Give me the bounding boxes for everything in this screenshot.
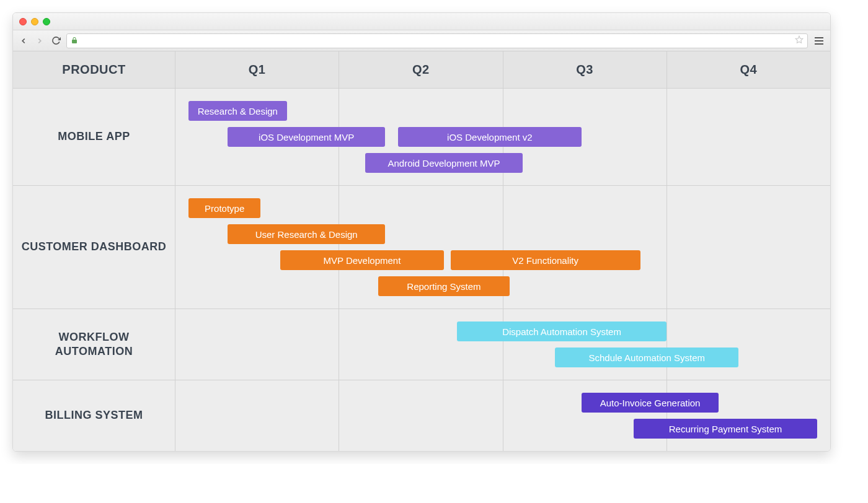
row-label: MOBILE APP [13,89,175,185]
row-label: WORKFLOW AUTOMATION [13,309,175,380]
header-q4: Q4 [667,51,830,88]
header-row: PRODUCT Q1 Q2 Q3 Q4 [13,51,830,89]
url-bar[interactable] [66,33,808,48]
gantt-bar[interactable]: iOS Development v2 [398,127,582,147]
roadmap-table: PRODUCT Q1 Q2 Q3 Q4 MOBILE APPResearch &… [13,51,830,451]
header-q2: Q2 [339,51,503,88]
gantt-bar[interactable]: iOS Development MVP [228,127,384,147]
gantt-bar[interactable]: Schdule Automation System [555,348,738,367]
gantt-bar[interactable]: V2 Functionality [451,250,640,270]
browser-window: PRODUCT Q1 Q2 Q3 Q4 MOBILE APPResearch &… [12,12,831,452]
roadmap-row: MOBILE APPResearch & DesigniOS Developme… [13,89,830,186]
timeline-area: PrototypeUser Research & DesignMVP Devel… [175,186,830,308]
forward-button[interactable] [34,35,45,46]
timeline-area: Auto-Invoice GenerationRecurring Payment… [175,380,830,451]
window-minimize-icon[interactable] [31,18,38,25]
gantt-bar[interactable]: Reporting System [378,276,509,296]
window-titlebar [13,13,830,30]
row-label: BILLING SYSTEM [13,380,175,451]
lock-icon [71,35,78,46]
roadmap-row: WORKFLOW AUTOMATIONDispatch Automation S… [13,309,830,380]
header-q3: Q3 [503,51,667,88]
row-label: CUSTOMER DASHBOARD [13,186,175,308]
timeline-area: Dispatch Automation SystemSchdule Automa… [175,309,830,380]
window-maximize-icon[interactable] [43,18,50,25]
roadmap-row: CUSTOMER DASHBOARDPrototypeUser Research… [13,186,830,309]
svg-marker-0 [795,36,803,43]
gantt-bar[interactable]: MVP Development [280,250,444,270]
gantt-bar[interactable]: User Research & Design [228,224,384,244]
back-button[interactable] [18,35,29,46]
timeline-area: Research & DesigniOS Development MVPiOS … [175,89,830,185]
bookmark-star-icon[interactable] [795,35,804,46]
hamburger-menu-button[interactable] [813,35,825,47]
gantt-bar[interactable]: Auto-Invoice Generation [582,393,719,413]
gantt-bar[interactable]: Prototype [188,198,260,218]
gantt-bar[interactable]: Dispatch Automation System [457,321,666,341]
browser-toolbar [13,30,830,51]
reload-button[interactable] [50,35,61,46]
gantt-bar[interactable]: Android Development MVP [365,153,522,173]
header-product: PRODUCT [13,51,175,88]
gantt-bar[interactable]: Recurring Payment System [634,419,817,439]
window-close-icon[interactable] [19,18,27,25]
roadmap-row: BILLING SYSTEMAuto-Invoice GenerationRec… [13,380,830,451]
gantt-bar[interactable]: Research & Design [188,101,286,121]
header-q1: Q1 [175,51,339,88]
